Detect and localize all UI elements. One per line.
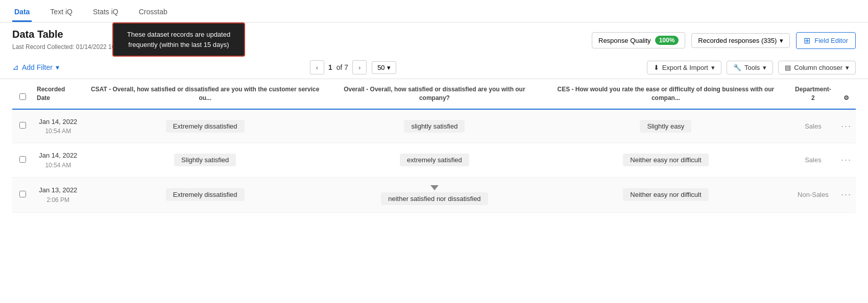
pagination-area: ‹ 1 of 7 › 50 ▾ [67,60,639,74]
row-department: Sales [789,109,837,143]
row-overall: slightly satisfied [327,109,542,143]
row-department: Non-Sales [789,177,837,213]
quality-badge: 100% [655,36,679,45]
row-checkbox[interactable] [19,156,26,163]
chevron-down-icon: ▾ [56,63,59,71]
toolbar: ⊿ Add Filter ▾ ‹ 1 of 7 › 50 ▾ ⬇ Export … [0,56,868,79]
filter-icon: ⊿ [12,63,19,72]
recorded-responses-label: Recorded responses (335) [698,37,777,44]
row-ces: Neither easy nor difficult [542,177,789,213]
header-overall: Overall - Overall, how satisfied or diss… [327,79,542,109]
row-date: Jan 14, 2022 10:54 AM [33,109,84,143]
header-ces: CES - How would you rate the ease or dif… [542,79,789,109]
tools-button[interactable]: 🔧 Tools ▾ [727,61,773,74]
nav-crosstab[interactable]: Crosstab [137,3,170,22]
column-chooser-button[interactable]: ▤ Column chooser ▾ [778,61,856,74]
header-department: Department-2 [789,79,837,109]
row-ces: Neither easy nor difficult [542,143,789,178]
add-filter-button[interactable]: ⊿ Add Filter ▾ [12,63,59,72]
row-department: Sales [789,143,837,178]
chevron-down-icon: ▾ [780,37,783,44]
export-import-label: Export & Import [662,64,708,71]
top-navigation: Data Text iQ Stats iQ Crosstab [0,0,868,22]
next-page-button[interactable]: › [352,60,367,74]
more-actions-icon[interactable]: ··· [841,155,852,165]
caret-icon [430,185,439,190]
table-header-row: Recorded Date CSAT - Overall, how satisf… [12,79,856,109]
row-actions[interactable]: ··· [837,177,856,213]
table-row: Jan 14, 2022 10:54 AM Slightly satisfied… [12,143,856,178]
row-overall: neither satisfied nor dissatisfied [327,177,542,213]
header-left: Data Table Last Record Collected: 01/14/… [12,29,584,52]
row-actions[interactable]: ··· [837,143,856,178]
nav-textiq[interactable]: Text iQ [48,3,75,22]
pagination: ‹ 1 of 7 › [310,60,367,74]
page-title: Data Table [12,29,584,40]
header-recorded-date: Recorded Date [33,79,84,109]
add-filter-label: Add Filter [22,63,53,71]
row-checkbox-cell [12,109,33,143]
gear-icon[interactable]: ⚙ [843,94,849,102]
wrench-icon: 🔧 [733,64,741,71]
export-import-button[interactable]: ⬇ Export & Import ▾ [647,61,721,74]
header-right: Response Quality 100% Recorded responses… [592,32,856,49]
row-date: Jan 13, 2022 2:06 PM [33,177,84,213]
table-row: Jan 13, 2022 2:06 PM Extremely dissatisf… [12,177,856,213]
tooltip-box: These dataset records are updated freque… [112,22,245,57]
row-checkbox-cell [12,143,33,178]
tooltip-text: These dataset records are updated freque… [127,31,230,48]
data-table-wrap: Recorded Date CSAT - Overall, how satisf… [0,79,868,213]
chevron-down-icon: ▾ [846,64,849,71]
per-page-button[interactable]: 50 ▾ [372,61,396,74]
chevron-down-icon: ▾ [763,64,766,71]
per-page-value: 50 [377,64,384,71]
nav-data[interactable]: Data [12,3,32,22]
response-quality-label: Response Quality [598,37,651,44]
row-csat: Extremely dissatisfied [84,177,327,213]
page-header: These dataset records are updated freque… [0,22,868,56]
response-quality-button[interactable]: Response Quality 100% [592,32,685,48]
grid-icon: ⊞ [804,36,810,45]
row-actions[interactable]: ··· [837,109,856,143]
columns-icon: ▤ [785,64,791,71]
more-actions-icon[interactable]: ··· [841,189,852,199]
select-all-checkbox[interactable] [19,93,26,100]
header-checkbox-col [12,79,33,109]
row-checkbox[interactable] [19,122,26,129]
row-ces: Slightly easy [542,109,789,143]
header-subtitle: Last Record Collected: 01/14/2022 10:54 … [12,41,584,52]
chevron-down-icon: ▾ [711,64,715,71]
current-page: 1 [328,63,332,71]
row-date: Jan 14, 2022 10:54 AM [33,143,84,178]
field-editor-label: Field Editor [814,37,848,44]
tools-label: Tools [744,64,760,71]
table-row: Jan 14, 2022 10:54 AM Extremely dissatis… [12,109,856,143]
row-checkbox[interactable] [19,191,26,197]
row-checkbox-cell [12,177,33,213]
header-settings[interactable]: ⚙ [837,79,856,109]
field-editor-button[interactable]: ⊞ Field Editor [796,32,856,49]
nav-statsiq[interactable]: Stats iQ [91,3,120,22]
column-chooser-label: Column chooser [794,64,842,71]
prev-page-button[interactable]: ‹ [310,60,324,74]
download-icon: ⬇ [654,64,659,71]
row-overall: extremely satisfied [327,143,542,178]
page-total: of 7 [336,63,348,71]
row-csat: Extremely dissatisfied [84,109,327,143]
toolbar-right: ⬇ Export & Import ▾ 🔧 Tools ▾ ▤ Column c… [647,61,856,74]
header-csat: CSAT - Overall, how satisfied or dissati… [84,79,327,109]
more-actions-icon[interactable]: ··· [841,121,852,131]
data-table: Recorded Date CSAT - Overall, how satisf… [12,79,856,213]
recorded-responses-button[interactable]: Recorded responses (335) ▾ [691,33,790,48]
chevron-down-icon: ▾ [387,64,391,71]
row-csat: Slightly satisfied [84,143,327,178]
